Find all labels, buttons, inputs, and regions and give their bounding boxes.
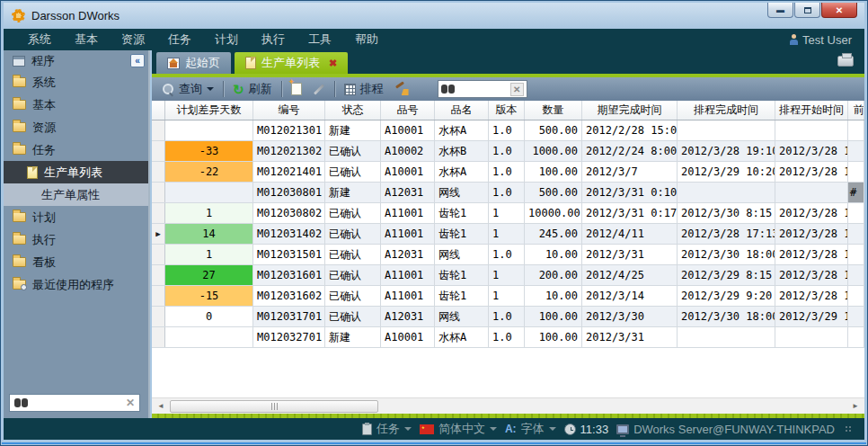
- sidebar-item-7[interactable]: 执行: [4, 228, 148, 251]
- column-header-1[interactable]: 编号: [253, 101, 325, 120]
- folder-icon: [13, 100, 26, 110]
- title-bar[interactable]: Darsson DWorks ▬ ✕: [4, 3, 864, 29]
- server-icon: [616, 424, 629, 434]
- close-tab-icon[interactable]: ✖: [329, 58, 337, 69]
- table-row[interactable]: ▶14M012031402已确认A11001齿轮11245.002012/4/1…: [152, 224, 864, 245]
- menu-item-6[interactable]: 工具: [297, 31, 343, 48]
- sidebar-item-1[interactable]: 基本: [4, 94, 148, 116]
- tab-production-order-list[interactable]: 生产单列表 ✖: [235, 52, 348, 74]
- row-header-cell[interactable]: [152, 327, 165, 347]
- table-row[interactable]: 0M012031701已确认A12031网线1.0100.002012/3/30…: [152, 307, 864, 327]
- menu-item-0[interactable]: 系统: [16, 31, 63, 48]
- menu-item-5[interactable]: 执行: [250, 31, 297, 48]
- column-header-10[interactable]: 前: [848, 101, 864, 120]
- sidebar-item-3[interactable]: 任务: [4, 138, 148, 161]
- clear-input-icon[interactable]: ✕: [510, 83, 524, 96]
- scroll-left-button[interactable]: ◄: [154, 399, 168, 414]
- sidebar-search-box[interactable]: ✕: [9, 394, 140, 412]
- cell-plan-diff-days: 27: [165, 265, 253, 285]
- cell-overflow: [848, 203, 864, 223]
- cell-expected-finish: 2012/3/31: [582, 245, 678, 264]
- column-header-9[interactable]: 排程开始时间: [775, 101, 848, 120]
- scroll-thumb[interactable]: [170, 400, 378, 413]
- document-icon: [245, 57, 256, 69]
- printer-icon[interactable]: [837, 56, 854, 67]
- sidebar-item-8[interactable]: 看板: [4, 251, 148, 273]
- tasks-dropdown[interactable]: 任务: [362, 421, 412, 437]
- app-window: Darsson DWorks ▬ ✕ 系统基本资源任务计划执行工具帮助 Test…: [0, 0, 868, 446]
- cell-order-no: M012031501: [253, 245, 325, 264]
- cell-sched-start: 2012/3/29 17:46: [775, 307, 848, 326]
- font-dropdown[interactable]: A: 字体: [505, 421, 556, 437]
- new-button[interactable]: [286, 79, 307, 99]
- column-header-2[interactable]: 状态: [325, 101, 381, 120]
- tab-start-page[interactable]: 起始页: [156, 52, 231, 74]
- table-row[interactable]: 1M012031501已确认A12031网线1.010.002012/3/312…: [152, 245, 864, 265]
- maximize-button[interactable]: [794, 3, 820, 18]
- cell-status: 已确认: [325, 224, 381, 244]
- current-row-arrow-icon[interactable]: ▶: [152, 224, 165, 244]
- collapse-sidebar-button[interactable]: «: [130, 54, 145, 67]
- cell-sched-finish: 2012/3/30 8:15: [678, 203, 775, 223]
- toolbar-search-box[interactable]: ✕: [438, 80, 527, 98]
- toolbar-search-input[interactable]: [458, 83, 507, 95]
- row-header-cell[interactable]: [152, 203, 165, 223]
- cell-overflow: [848, 224, 864, 244]
- menu-item-2[interactable]: 资源: [110, 31, 156, 48]
- table-row[interactable]: M012021301新建A10001水杯A1.0500.002012/2/28 …: [152, 120, 864, 141]
- sidebar-item-4[interactable]: 生产单列表: [4, 161, 148, 183]
- scroll-right-button[interactable]: ►: [848, 399, 863, 414]
- menu-item-1[interactable]: 基本: [63, 31, 110, 48]
- window-border-accent: [2, 442, 866, 444]
- language-dropdown[interactable]: 简体中文: [420, 421, 497, 437]
- row-header-cell[interactable]: [152, 120, 165, 140]
- horizontal-scrollbar[interactable]: ◄ ►: [152, 397, 864, 414]
- sidebar-item-2[interactable]: 资源: [4, 116, 148, 138]
- row-header-cell[interactable]: [152, 162, 165, 182]
- menu-item-4[interactable]: 计划: [203, 31, 250, 48]
- cell-overflow: [848, 307, 864, 326]
- table-row[interactable]: M012032701新建A10001水杯A1.0100.002012/3/31: [152, 327, 864, 348]
- row-header-cell[interactable]: [152, 286, 165, 306]
- refresh-button[interactable]: ↻ 刷新: [227, 79, 278, 99]
- resize-grip-icon[interactable]: [845, 425, 852, 433]
- table-row[interactable]: 27M012031601已确认A11001齿轮11200.002012/4/25…: [152, 265, 864, 286]
- row-header-cell[interactable]: [152, 141, 165, 161]
- column-header-0[interactable]: 计划差异天数: [165, 101, 253, 120]
- menu-item-3[interactable]: 任务: [156, 31, 203, 48]
- column-header-6[interactable]: 数量: [525, 101, 582, 120]
- cell-sched-start: 2012/3/28 10:52: [775, 265, 848, 285]
- table-row[interactable]: -33M012021302已确认A10002水杯B1.01000.002012/…: [152, 141, 864, 162]
- schedule-button[interactable]: 排程: [339, 79, 389, 99]
- row-header-cell[interactable]: [152, 307, 165, 326]
- sidebar-item-5[interactable]: 生产单属性: [4, 183, 148, 206]
- cell-expected-finish: 2012/3/31: [582, 327, 678, 347]
- column-header-7[interactable]: 期望完成时间: [582, 101, 678, 120]
- clean-button[interactable]: [389, 79, 414, 99]
- table-row[interactable]: -22M012021401已确认A10001水杯A1.0100.002012/3…: [152, 162, 864, 183]
- language-label: 简体中文: [438, 421, 485, 437]
- column-header-4[interactable]: 品名: [435, 101, 489, 120]
- table-row[interactable]: -15M012031602已确认A11001齿轮1110.002012/3/14…: [152, 286, 864, 307]
- table-row[interactable]: M012030801新建A12031网线1.0500.002012/3/31 0…: [152, 183, 864, 203]
- column-header-8[interactable]: 排程完成时间: [678, 101, 775, 120]
- sidebar-search-input[interactable]: [32, 397, 121, 409]
- user-badge[interactable]: Test User: [789, 33, 852, 47]
- cell-quantity: 10.00: [525, 286, 582, 306]
- minimize-button[interactable]: ▬: [767, 3, 793, 18]
- edit-button[interactable]: [307, 79, 331, 99]
- sidebar-item-6[interactable]: 计划: [4, 206, 148, 228]
- menu-item-7[interactable]: 帮助: [343, 31, 390, 48]
- query-button[interactable]: 查询: [157, 79, 219, 99]
- column-header-5[interactable]: 版本: [489, 101, 525, 120]
- column-header-3[interactable]: 品号: [381, 101, 435, 120]
- cell-order-no: M012030801: [253, 183, 325, 202]
- close-button[interactable]: ✕: [821, 3, 857, 18]
- row-header-cell[interactable]: [152, 265, 165, 285]
- row-header-cell[interactable]: [152, 245, 165, 264]
- sidebar-item-9[interactable]: 最近使用的程序: [4, 273, 148, 296]
- table-row[interactable]: 1M012030802已确认A11001齿轮1110000.002012/3/3…: [152, 203, 864, 224]
- row-header-cell[interactable]: [152, 183, 165, 202]
- clear-sidebar-search-icon[interactable]: ✕: [126, 397, 135, 409]
- sidebar-item-0[interactable]: 系统: [4, 71, 148, 94]
